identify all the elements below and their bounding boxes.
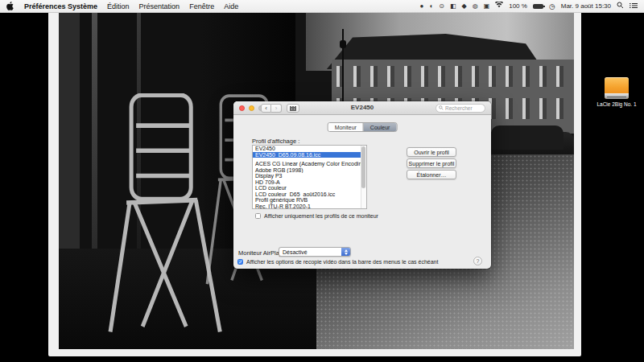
- menu-extra-icon[interactable]: ◧: [450, 0, 456, 13]
- profile-item[interactable]: Rec. ITU-R BT.2020-1: [253, 204, 361, 210]
- profile-item[interactable]: ACES CG Linear (Academy Color Encoding…: [253, 161, 361, 167]
- checkbox-checked[interactable]: ✓: [237, 259, 243, 265]
- filter-profiles-checkbox-row[interactable]: Afficher uniquement les profils de ce mo…: [255, 213, 378, 219]
- filter-profiles-label: Afficher uniquement les profils de ce mo…: [264, 213, 378, 219]
- menu-aide[interactable]: Aide: [224, 2, 238, 10]
- apple-menu-icon[interactable]: [6, 2, 14, 10]
- display-profile-list[interactable]: EV2450 EV2450_D65.09.08.16.icc ACES CG L…: [252, 145, 367, 209]
- wifi-icon[interactable]: [495, 0, 503, 13]
- profile-item[interactable]: Profil générique RVB: [253, 197, 361, 204]
- battery-icon[interactable]: [533, 4, 543, 9]
- popup-stepper-icon: [341, 248, 350, 256]
- desktop-drive-icon[interactable]: LaCie 2Big No. 1: [594, 77, 639, 107]
- menu-extra-icon[interactable]: ⊙: [439, 0, 444, 13]
- mirroring-label: Afficher les options de recopie vidéo da…: [246, 259, 438, 265]
- checkbox-unchecked[interactable]: [255, 213, 261, 219]
- menu-extra-icon[interactable]: ◆: [461, 0, 466, 13]
- profile-item[interactable]: HD 709-A: [253, 179, 361, 186]
- mirroring-checkbox-row[interactable]: ✓ Afficher les options de recopie vidéo …: [237, 259, 438, 265]
- menu-extra-icon[interactable]: ▣: [484, 0, 490, 13]
- menu-extra-icon[interactable]: ●: [420, 0, 424, 13]
- desktop: Préférences Système Édition Présentation…: [0, 0, 644, 362]
- external-drive-icon[interactable]: [605, 77, 629, 99]
- menu-extra-icon[interactable]: ◐: [429, 0, 433, 13]
- tab-moniteur[interactable]: Moniteur: [328, 123, 363, 131]
- window-titlebar[interactable]: ‹ › EV2450 Rechercher: [233, 101, 491, 115]
- profile-item[interactable]: LCD couleur: [253, 185, 361, 191]
- search-field[interactable]: Rechercher: [436, 104, 485, 113]
- menu-extra-icon[interactable]: ◍: [473, 0, 478, 13]
- menu-bar: Préférences Système Édition Présentation…: [0, 0, 644, 13]
- drive-label[interactable]: LaCie 2Big No. 1: [594, 101, 639, 107]
- menubar-clock[interactable]: Mar. 9 août 15:30: [561, 2, 611, 10]
- menu-fenetre[interactable]: Fenêtre: [189, 2, 214, 10]
- display-color-tabs: Moniteur Couleur: [328, 122, 398, 132]
- list-scrollbar[interactable]: [361, 146, 366, 208]
- notification-center-icon[interactable]: [630, 2, 638, 10]
- profile-item[interactable]: LCD couleur_D65_août2016.icc: [253, 191, 361, 198]
- profile-item-selected[interactable]: EV2450_D65.09.08.16.icc: [253, 152, 361, 158]
- menu-edition[interactable]: Édition: [107, 2, 130, 10]
- menu-app-name[interactable]: Préférences Système: [24, 2, 97, 10]
- profile-item[interactable]: Display P3: [253, 173, 361, 179]
- profile-item[interactable]: Adobe RGB (1998): [253, 167, 361, 174]
- photo-car: [491, 125, 564, 150]
- battery-percent[interactable]: 100 %: [509, 2, 527, 10]
- help-button[interactable]: ?: [473, 257, 482, 265]
- preferences-window: ‹ › EV2450 Rechercher Moniteur Couleur P…: [233, 101, 491, 269]
- profile-list-label: Profil d'affichage :: [252, 138, 299, 145]
- delete-profile-button[interactable]: Supprimer le profil: [407, 158, 456, 168]
- search-icon: [439, 105, 444, 111]
- calibrate-button[interactable]: Étalonner…: [407, 170, 456, 179]
- scrollbar-thumb[interactable]: [361, 146, 365, 188]
- tab-couleur[interactable]: Couleur: [363, 123, 397, 131]
- airplay-value: Désactivé: [283, 249, 308, 255]
- time-machine-icon[interactable]: ◷: [549, 2, 555, 10]
- search-placeholder: Rechercher: [445, 105, 473, 111]
- open-profile-button[interactable]: Ouvrir le profil: [407, 147, 456, 157]
- menu-presentation[interactable]: Présentation: [139, 2, 180, 10]
- spotlight-search-icon[interactable]: [617, 2, 624, 10]
- airplay-popup[interactable]: Désactivé: [279, 247, 351, 257]
- profile-item[interactable]: EV2450: [253, 146, 361, 152]
